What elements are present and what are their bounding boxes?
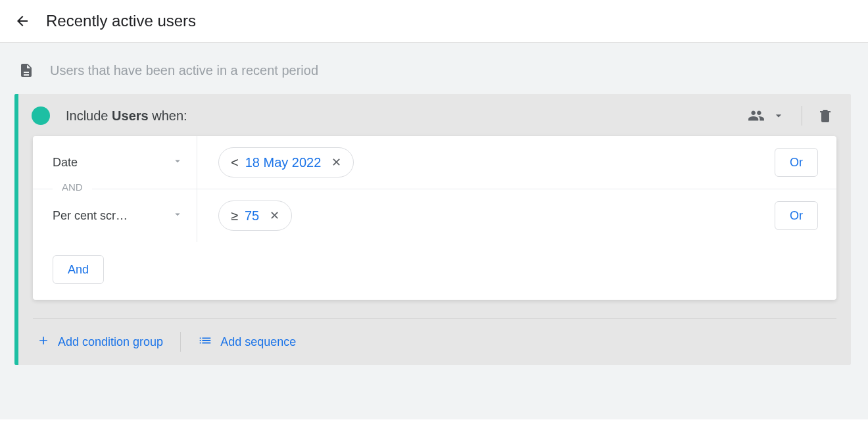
description-row: Users that have been active in a recent … xyxy=(0,43,868,94)
add-sequence-label: Add sequence xyxy=(220,335,296,349)
page-title: Recently active users xyxy=(46,12,196,30)
operator: ≥ xyxy=(231,208,238,224)
delete-icon[interactable] xyxy=(817,107,834,124)
group-header-actions xyxy=(748,106,834,126)
include-prefix: Include xyxy=(66,108,112,123)
value-column: < 18 May 2022 ✕ xyxy=(197,147,775,178)
canvas: Users that have been active in a recent … xyxy=(0,43,868,419)
filter-chip[interactable]: < 18 May 2022 ✕ xyxy=(218,147,354,178)
sequence-icon xyxy=(198,333,212,351)
group-footer-actions: Add condition group Add sequence xyxy=(33,318,836,365)
clear-chip-icon[interactable]: ✕ xyxy=(270,208,279,223)
or-button[interactable]: Or xyxy=(775,201,818,230)
condition-group-header: Include Users when: xyxy=(18,94,851,136)
add-condition-group-label: Add condition group xyxy=(58,335,163,349)
include-indicator-icon xyxy=(32,106,50,125)
back-arrow-icon[interactable] xyxy=(14,13,30,29)
clear-chip-icon[interactable]: ✕ xyxy=(331,155,341,170)
and-button[interactable]: And xyxy=(53,255,104,284)
condition-group: Include Users when: Date xyxy=(14,94,851,365)
description-file-icon xyxy=(18,62,34,78)
filter-value: 18 May 2022 xyxy=(245,155,322,170)
or-button[interactable]: Or xyxy=(775,148,818,177)
header-separator xyxy=(802,106,802,126)
caret-down-icon xyxy=(172,155,183,170)
description-text[interactable]: Users that have been active in a recent … xyxy=(50,63,318,78)
dimension-picker[interactable]: Date xyxy=(33,136,197,189)
include-suffix: when: xyxy=(149,108,187,123)
conditions-card: Date < 18 May 2022 ✕ Or AND Pe xyxy=(33,136,836,300)
dimension-name: Per cent scr… xyxy=(53,209,128,223)
add-condition-group-button[interactable]: Add condition group xyxy=(37,334,163,350)
filter-value: 75 xyxy=(245,208,259,224)
add-sequence-button[interactable]: Add sequence xyxy=(198,333,296,351)
dimension-name: Date xyxy=(53,156,78,170)
plus-icon xyxy=(37,334,50,350)
operator: < xyxy=(231,155,239,170)
group-title: Include Users when: xyxy=(66,108,748,124)
people-icon[interactable] xyxy=(748,107,765,124)
caret-down-icon xyxy=(172,208,183,223)
filter-chip[interactable]: ≥ 75 ✕ xyxy=(218,201,292,231)
and-connector: AND xyxy=(53,181,92,193)
condition-row: Date < 18 May 2022 ✕ Or xyxy=(33,136,836,189)
dimension-picker[interactable]: Per cent scr… xyxy=(33,189,197,242)
chevron-down-icon[interactable] xyxy=(770,107,787,124)
value-column: ≥ 75 ✕ xyxy=(197,201,775,231)
add-condition-row: And xyxy=(33,242,836,300)
page-header: Recently active users xyxy=(0,0,868,43)
condition-row: AND Per cent scr… ≥ 75 ✕ Or xyxy=(33,189,836,242)
footer-separator xyxy=(180,332,181,352)
scope-word[interactable]: Users xyxy=(112,108,149,123)
